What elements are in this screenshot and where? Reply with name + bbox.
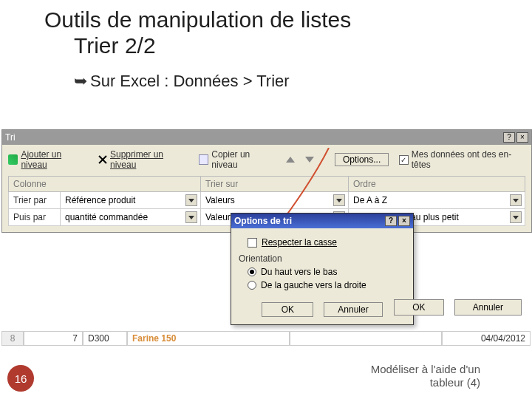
row1-sorton-combo[interactable]: Valeurs xyxy=(201,192,348,208)
options-ok-button[interactable]: OK xyxy=(262,302,313,317)
headers-checkbox[interactable]: ✓ xyxy=(399,155,409,165)
row1-label: Trier par xyxy=(9,193,60,208)
chevron-down-icon xyxy=(333,194,345,206)
copy-level-label: Copier un niveau xyxy=(211,149,276,170)
row1-field-combo[interactable]: Référence produit xyxy=(61,192,200,208)
col-header-order: Ordre xyxy=(349,177,525,192)
sort-row-1: Trier par Référence produit Valeurs De A… xyxy=(9,192,525,209)
footer-line1: Modéliser à l'aide d'un xyxy=(371,363,480,377)
sort-dialog-buttons: OK Annuler xyxy=(394,299,522,316)
sheet-rownum: 8 xyxy=(1,331,24,346)
sort-ok-button[interactable]: OK xyxy=(394,299,443,316)
options-titlebar: Options de tri ? × xyxy=(231,214,413,228)
add-level-button[interactable]: Ajouter un niveau xyxy=(8,149,87,170)
sort-toolbar: Ajouter un niveau Supprimer un niveau Co… xyxy=(2,145,531,174)
move-down-button[interactable] xyxy=(305,157,314,163)
row1-order-combo[interactable]: De A à Z xyxy=(349,192,525,208)
sheet-cell-4: 04/04/2012 xyxy=(442,331,531,346)
orientation-leftright-row[interactable]: De la gauche vers la droite xyxy=(248,280,406,290)
row1-order-value: De A à Z xyxy=(353,195,387,205)
sheet-cell-2: D300 xyxy=(83,331,127,346)
add-level-label: Ajouter un niveau xyxy=(21,149,86,170)
sheet-cell-3: Farine 150 xyxy=(127,331,290,346)
copy-icon xyxy=(199,154,208,165)
sheet-cell-1: 7 xyxy=(24,331,83,346)
row2-label: Puis par xyxy=(9,210,60,225)
col-header-column: Colonne xyxy=(9,177,201,192)
sort-cancel-button[interactable]: Annuler xyxy=(454,299,522,316)
sort-dialog-titlebar: Tri ? × xyxy=(2,130,531,145)
row2-field-combo[interactable]: quantité commandée xyxy=(61,209,200,225)
orientation-label: Orientation xyxy=(239,253,406,264)
row1-field-value: Référence produit xyxy=(65,195,135,205)
chevron-down-icon xyxy=(510,194,522,206)
headers-label: Mes données ont des en-têtes xyxy=(412,149,525,170)
radio-leftright[interactable] xyxy=(248,281,256,290)
delete-icon xyxy=(98,154,107,165)
sort-dialog-title: Tri xyxy=(5,132,16,143)
respect-case-row[interactable]: Respecter la casse xyxy=(248,237,406,248)
delete-level-button[interactable]: Supprimer un niveau xyxy=(98,149,188,170)
chevron-down-icon xyxy=(185,211,197,223)
slide-title-line1: Outils de manipulation de listes xyxy=(44,7,532,33)
respect-case-label: Respecter la casse xyxy=(262,237,337,248)
headers-checkbox-row[interactable]: ✓ Mes données ont des en-têtes xyxy=(399,149,525,170)
options-help-button[interactable]: ? xyxy=(385,216,397,226)
radio-topdown-label: Du haut vers le bas xyxy=(261,267,337,277)
slide-number-badge: 16 xyxy=(7,365,34,392)
help-button[interactable]: ? xyxy=(503,132,515,143)
col-header-sorton: Trier sur xyxy=(201,177,349,192)
close-button[interactable]: × xyxy=(516,132,528,143)
row1-sorton-value: Valeurs xyxy=(205,195,235,205)
radio-topdown[interactable] xyxy=(248,267,256,276)
orientation-topdown-row[interactable]: Du haut vers le bas xyxy=(248,267,406,277)
add-icon xyxy=(8,154,18,165)
sort-options-dialog: Options de tri ? × Respecter la casse Or… xyxy=(231,213,414,325)
radio-leftright-label: De la gauche vers la droite xyxy=(261,280,366,290)
delete-level-label: Supprimer un niveau xyxy=(110,149,188,170)
copy-level-button[interactable]: Copier un niveau xyxy=(199,149,276,170)
options-close-button[interactable]: × xyxy=(398,216,410,226)
slide-footer: Modéliser à l'aide d'un tableur (4) xyxy=(371,363,480,391)
footer-line2: tableur (4) xyxy=(371,376,480,390)
options-button[interactable]: Options... xyxy=(335,153,389,166)
slide-bullet: Sur Excel : Données > Trier xyxy=(74,72,532,91)
spreadsheet-row: 8 7 D300 Farine 150 04/04/2012 xyxy=(1,331,531,346)
move-up-button[interactable] xyxy=(286,157,295,163)
slide-title-line2: Trier 2/2 xyxy=(44,33,532,58)
respect-case-checkbox[interactable] xyxy=(248,238,257,248)
chevron-down-icon xyxy=(510,211,522,223)
chevron-down-icon xyxy=(185,194,197,206)
options-title: Options de tri xyxy=(234,216,292,226)
row2-field-value: quantité commandée xyxy=(65,212,148,222)
options-cancel-button[interactable]: Annuler xyxy=(324,302,382,317)
